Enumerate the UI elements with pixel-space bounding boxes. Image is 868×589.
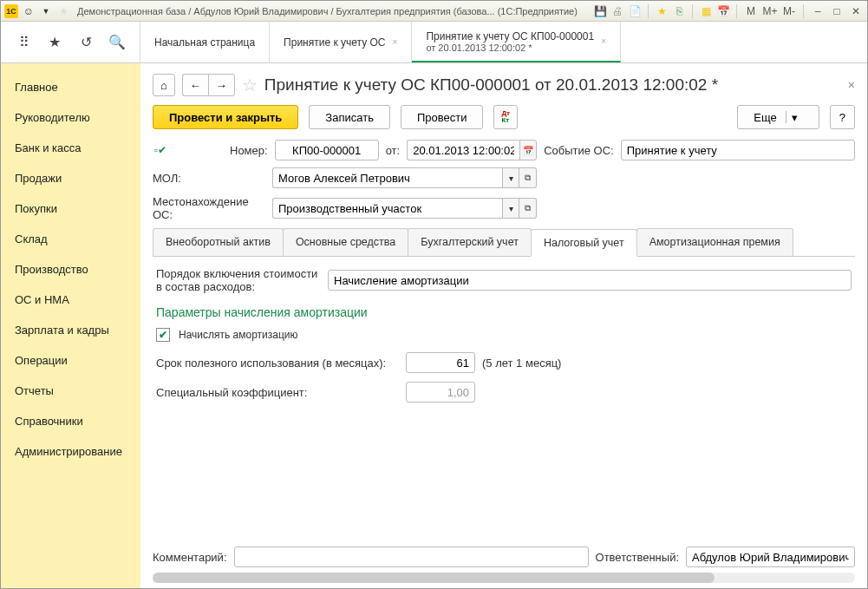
sidebar-item-production[interactable]: Производство — [1, 254, 140, 285]
star-toolbar-icon[interactable]: ★ — [56, 4, 70, 18]
location-input[interactable] — [272, 198, 502, 219]
row-cost-order: Порядок включения стоимости в состав рас… — [156, 267, 852, 293]
calc-deprec-checkbox[interactable]: ✔ — [156, 328, 170, 342]
print-toolbar-icon[interactable]: 🖨 — [610, 4, 624, 18]
useful-life-label: Срок полезного использования (в месяцах)… — [156, 357, 399, 370]
apps-grid-icon[interactable]: ⠿ — [15, 34, 32, 51]
doc-tab-accounting[interactable]: Бухгалтерский учет — [408, 228, 532, 256]
special-coef-input — [406, 382, 475, 402]
row-special-coef: Специальный коэффициент: — [156, 382, 852, 402]
posted-flag-icon: ▫✔ — [153, 142, 168, 158]
sidebar-item-stock[interactable]: Склад — [1, 224, 140, 254]
sidebar-item-salary[interactable]: Зарплата и кадры — [1, 315, 140, 345]
close-tab-icon[interactable]: × — [393, 37, 398, 47]
depreciation-section-title: Параметры начисления амортизации — [156, 305, 852, 319]
horizontal-scrollbar[interactable] — [153, 573, 855, 583]
number-input[interactable] — [275, 140, 379, 160]
mol-input[interactable] — [272, 167, 502, 188]
home-button[interactable]: ⌂ — [153, 74, 175, 96]
back-button[interactable]: ← — [182, 74, 208, 96]
mem-mminus-button[interactable]: M- — [781, 4, 797, 18]
mol-label: МОЛ: — [153, 172, 265, 185]
fav-star-icon[interactable]: ★ — [655, 4, 669, 18]
tab-label: Начальная страница — [154, 36, 255, 49]
post-button[interactable]: Провести — [401, 105, 484, 129]
date-input-combo: 📅 — [407, 140, 537, 160]
useful-life-input[interactable] — [406, 352, 475, 373]
close-document-icon[interactable]: × — [848, 78, 855, 92]
sidebar-item-manager[interactable]: Руководителю — [1, 102, 140, 133]
footer-row: Комментарий: Ответственный: — [153, 535, 855, 573]
command-bar: Провести и закрыть Записать Провести ДтК… — [153, 105, 855, 140]
doc-tab-asset[interactable]: Внеоборотный актив — [153, 228, 284, 256]
mem-m-button[interactable]: M — [743, 4, 759, 18]
save-toolbar-icon[interactable]: 💾 — [593, 4, 607, 18]
main-content: ⌂ ← → ☆ Принятие к учету ОС КП00-000001 … — [140, 63, 867, 588]
mem-mplus-button[interactable]: M+ — [762, 4, 778, 18]
special-coef-label: Специальный коэффициент: — [156, 386, 399, 399]
open-ref-icon[interactable]: ⧉ — [519, 198, 537, 219]
calc-toolbar-icon[interactable]: ▦ — [699, 4, 713, 18]
date-input[interactable] — [407, 140, 519, 160]
calc-deprec-label: Начислять амортизацию — [179, 329, 298, 341]
more-button-label: Еще — [754, 111, 776, 124]
help-button[interactable]: ? — [830, 105, 855, 129]
save-button[interactable]: Записать — [309, 105, 390, 129]
forward-button[interactable]: → — [208, 74, 235, 96]
cost-order-label: Порядок включения стоимости в состав рас… — [156, 267, 321, 293]
more-button[interactable]: Еще ▾ — [737, 105, 819, 129]
sidebar-item-os-nma[interactable]: ОС и НМА — [1, 285, 140, 315]
dropdown-icon[interactable]: ▾ — [502, 198, 519, 219]
doc-toolbar-icon[interactable]: 📄 — [628, 4, 642, 18]
favorite-star-icon[interactable]: ☆ — [242, 75, 258, 95]
sidebar-item-sales[interactable]: Продажи — [1, 163, 140, 193]
page-tab-doc1[interactable]: Принятие к учету ОС × — [270, 22, 412, 62]
doc-tab-fixed-assets[interactable]: Основные средства — [283, 228, 408, 256]
minimize-button[interactable]: – — [810, 4, 826, 18]
document-tabs: Внеоборотный актив Основные средства Бух… — [153, 228, 855, 257]
sidebar-item-catalogs[interactable]: Справочники — [1, 406, 140, 436]
favorites-star-icon[interactable]: ★ — [46, 34, 63, 51]
dropdown-icon[interactable]: ▾ — [502, 167, 519, 188]
doc-tab-tax[interactable]: Налоговый учет — [531, 229, 637, 257]
row-number-date: ▫✔ Номер: от: 📅 Событие ОС: — [153, 140, 855, 160]
row-location: Местонахождение ОС: ▾ ⧉ — [153, 195, 855, 221]
link-toolbar-icon[interactable]: ⎘ — [672, 4, 686, 18]
cost-order-input[interactable] — [328, 270, 852, 291]
page-tab-start[interactable]: Начальная страница — [140, 22, 270, 62]
from-label: от: — [386, 144, 401, 157]
post-and-close-button[interactable]: Провести и закрыть — [153, 105, 298, 129]
open-ref-icon[interactable]: ⧉ — [519, 167, 537, 188]
responsible-input[interactable] — [686, 546, 855, 567]
sidebar-item-bank[interactable]: Банк и касса — [1, 133, 140, 163]
doc-tab-premium[interactable]: Амортизационная премия — [636, 228, 793, 256]
sidebar-item-purchases[interactable]: Покупки — [1, 193, 140, 224]
form-grid: ▫✔ Номер: от: 📅 Событие ОС: МОЛ: — [153, 140, 855, 221]
close-tab-icon[interactable]: × — [601, 36, 606, 46]
sidebar-item-main[interactable]: Главное — [1, 72, 140, 102]
sidebar: Главное Руководителю Банк и касса Продаж… — [1, 63, 140, 588]
calendar-picker-icon[interactable]: 📅 — [519, 140, 537, 160]
page-tab-doc2[interactable]: Принятие к учету ОС КП00-000001 от 20.01… — [412, 22, 621, 62]
maximize-button[interactable]: □ — [829, 4, 845, 18]
sidebar-item-reports[interactable]: Отчеты — [1, 376, 140, 406]
search-icon[interactable]: 🔍 — [108, 34, 126, 51]
scrollbar-thumb[interactable] — [153, 573, 715, 583]
nav-group: ← → — [182, 74, 235, 96]
window-title: Демонстрационная база / Абдулов Юрий Вла… — [74, 6, 590, 16]
event-input[interactable] — [621, 140, 855, 160]
number-label: Номер: — [230, 144, 268, 157]
tab-label: Принятие к учету ОС — [284, 36, 385, 49]
calendar-toolbar-icon[interactable]: 📅 — [716, 4, 730, 18]
sidebar-item-operations[interactable]: Операции — [1, 345, 140, 376]
event-label: Событие ОС: — [544, 144, 614, 157]
comment-input[interactable] — [234, 546, 589, 567]
app-window: 1C ☺ ▼ ★ Демонстрационная база / Абдулов… — [0, 0, 868, 589]
dropdown-icon[interactable]: ▼ — [39, 4, 53, 18]
history-icon[interactable]: ↺ — [77, 34, 95, 51]
smiley-icon[interactable]: ☺ — [22, 4, 36, 18]
tab-label: Принятие к учету ОС КП00-000001 — [426, 30, 594, 43]
close-window-button[interactable]: ✕ — [848, 4, 864, 18]
dt-kt-button[interactable]: ДтКт — [493, 105, 518, 129]
sidebar-item-admin[interactable]: Администрирование — [1, 436, 140, 467]
